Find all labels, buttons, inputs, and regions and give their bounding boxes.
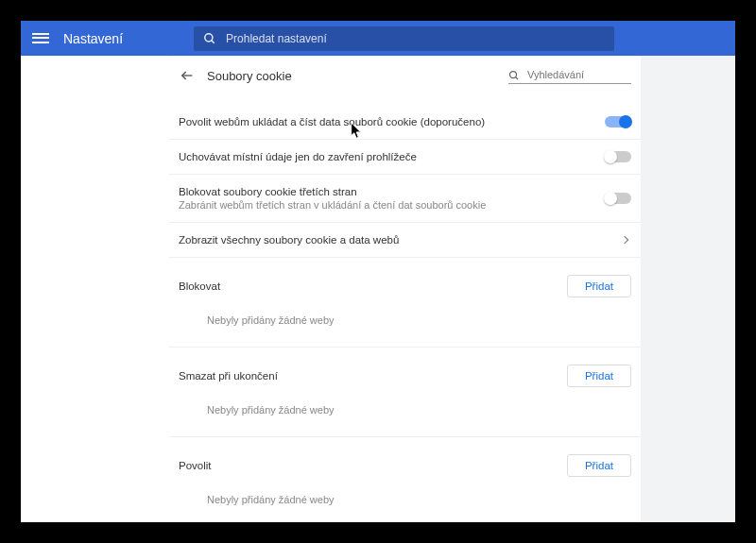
add-clear-on-exit-button[interactable]: Přidat (567, 365, 631, 387)
setting-sublabel: Zabránit webům třetích stran v ukládání … (179, 199, 605, 211)
add-block-button[interactable]: Přidat (567, 275, 631, 297)
section-title: Smazat při ukončení (179, 370, 567, 382)
page-search-field[interactable] (508, 68, 631, 84)
page-search-input[interactable] (527, 69, 631, 80)
section-block: Blokovat Přidat (169, 257, 641, 301)
clear-on-exit-empty-text: Nebyly přidány žádné weby (169, 391, 641, 436)
section-allow: Povolit Přidat (169, 436, 641, 481)
setting-label: Zobrazit všechny soubory cookie a data w… (179, 234, 622, 246)
section-clear-on-exit: Smazat při ukončení Přidat (169, 347, 641, 391)
header-search-input[interactable] (226, 32, 605, 45)
setting-label: Povolit webům ukládat a číst data soubor… (179, 116, 605, 127)
svg-point-3 (510, 71, 517, 77)
toggle-keep-until-close[interactable] (605, 151, 631, 162)
body: Soubory cookie Povolit webům ukládat a č… (21, 56, 735, 522)
settings-window: Nastavení Soubory cookie (21, 21, 735, 522)
setting-label: Blokovat soubory cookie třetích stran (179, 186, 605, 197)
search-icon (508, 68, 522, 81)
page-title: Soubory cookie (207, 69, 292, 83)
back-arrow-icon[interactable] (179, 67, 196, 84)
main-content: Soubory cookie Povolit webům ukládat a č… (169, 56, 735, 522)
allow-empty-text: Nebyly přidány žádné weby (169, 481, 641, 522)
sidebar (21, 56, 169, 522)
svg-line-4 (516, 76, 519, 79)
setting-row-show-all[interactable]: Zobrazit všechny soubory cookie a data w… (169, 222, 641, 257)
card-header: Soubory cookie (169, 56, 641, 95)
section-title: Blokovat (179, 280, 567, 292)
chevron-right-icon (621, 236, 628, 244)
svg-line-1 (212, 40, 215, 42)
toggle-block-third-party[interactable] (605, 193, 631, 204)
setting-label: Uchovávat místní údaje jen do zavření pr… (179, 151, 605, 162)
setting-row-allow-cookies: Povolit webům ukládat a číst data soubor… (169, 95, 641, 139)
section-title: Povolit (179, 460, 567, 471)
app-title: Nastavení (63, 31, 123, 46)
block-empty-text: Nebyly přidány žádné weby (169, 301, 641, 347)
toggle-allow-cookies[interactable] (605, 116, 631, 127)
setting-row-block-third-party: Blokovat soubory cookie třetích stran Za… (169, 174, 641, 222)
setting-row-keep-until-close: Uchovávat místní údaje jen do zavření pr… (169, 139, 641, 174)
search-icon (203, 32, 216, 45)
svg-point-0 (205, 33, 213, 41)
add-allow-button[interactable]: Přidat (567, 454, 631, 477)
hamburger-menu-icon[interactable] (32, 30, 49, 47)
cookies-card: Soubory cookie Povolit webům ukládat a č… (169, 56, 641, 522)
header-search-bar[interactable] (194, 26, 614, 51)
app-header: Nastavení (21, 21, 735, 56)
